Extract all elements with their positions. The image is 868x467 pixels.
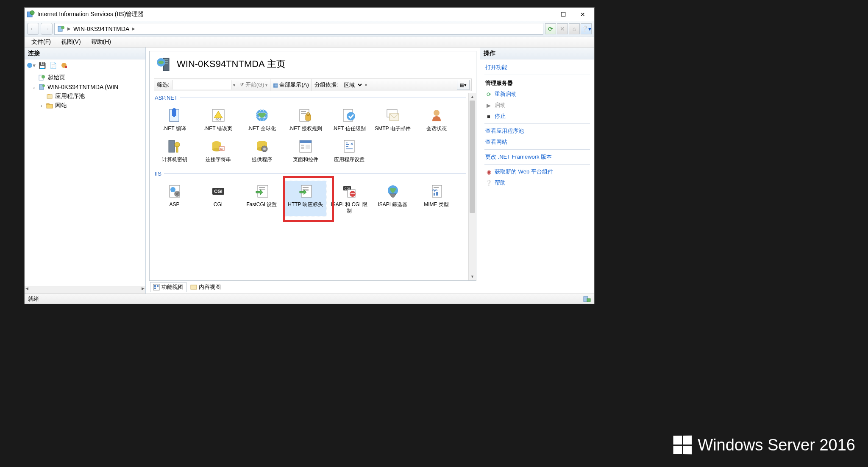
expand-icon[interactable]: › bbox=[39, 103, 44, 108]
compilation-icon bbox=[166, 107, 183, 124]
svg-text:⋯: ⋯ bbox=[28, 64, 31, 68]
tree-start-page[interactable]: 起始页 bbox=[26, 73, 144, 82]
feature-providers[interactable]: 提供程序 bbox=[241, 136, 282, 165]
feature-app-settings[interactable]: 应用程序设置 bbox=[328, 136, 370, 165]
feature-asp[interactable]: ASP bbox=[154, 181, 195, 216]
action-view-sites[interactable]: 查看网站 bbox=[484, 137, 590, 148]
page-heading: WIN-0KS94TNTMDA 主页 bbox=[150, 51, 476, 77]
scroll-up-icon[interactable]: ▲ bbox=[469, 93, 476, 101]
menu-help[interactable]: 帮助(H) bbox=[86, 37, 116, 47]
svg-rect-56 bbox=[344, 140, 354, 152]
action-open-feature[interactable]: 打开功能 bbox=[484, 62, 590, 73]
svg-rect-17 bbox=[164, 59, 168, 60]
feature-isapi-filters[interactable]: ISAPI 筛选器 bbox=[372, 181, 413, 216]
action-change-net-framework[interactable]: 更改 .NET Framework 版本 bbox=[484, 151, 590, 162]
show-all-button[interactable]: ▦ 全部显示(A) bbox=[270, 79, 312, 91]
breadcrumb[interactable]: ▶ WIN-0KS94TNTMDA ▶ bbox=[54, 23, 543, 35]
feature-net-compilation[interactable]: .NET 编译 bbox=[154, 105, 195, 134]
feature-mime-types[interactable]: MIME 类型 bbox=[416, 181, 457, 216]
tree-sites[interactable]: › 网站 bbox=[26, 101, 144, 110]
connections-hscroll[interactable]: ◀▶ bbox=[25, 286, 145, 294]
navigation-bar: ← → ▶ WIN-0KS94TNTMDA ▶ ⟳ ✕ ⌂ ❔▾ bbox=[25, 21, 594, 36]
scroll-thumb[interactable] bbox=[470, 101, 475, 213]
trust-icon bbox=[341, 107, 358, 124]
filter-dropdown-icon[interactable]: ▾ bbox=[231, 83, 237, 87]
groupby-select[interactable]: 区域 bbox=[340, 81, 363, 89]
feature-net-authorization[interactable]: .NET 授权规则 bbox=[285, 105, 326, 134]
connection-strings-icon: ab bbox=[210, 138, 227, 155]
up-icon[interactable]: 📄 bbox=[48, 61, 58, 70]
server-node-icon bbox=[38, 83, 46, 91]
statusbar: 就绪 bbox=[25, 294, 594, 304]
connections-tree: 起始页 ⌄ WIN-0KS94TNTMDA (WIN 应用程序池 › 网站 bbox=[25, 71, 145, 286]
chevron-right-icon: ▶ bbox=[67, 26, 71, 31]
maximize-button[interactable]: ☐ bbox=[554, 8, 573, 21]
breadcrumb-server[interactable]: WIN-0KS94TNTMDA bbox=[73, 25, 129, 32]
close-button[interactable]: ✕ bbox=[573, 8, 593, 21]
body-panes: 连接 ⋯▾ 💾 📄 起始页 ⌄ WIN-0KS94TNTMDA (WIN bbox=[25, 48, 594, 294]
tree-server-label: WIN-0KS94TNTMDA (WIN bbox=[47, 84, 118, 90]
view-mode-button[interactable]: ▦▾ bbox=[457, 80, 470, 90]
help-icon: ❔ bbox=[485, 179, 492, 186]
refresh-button[interactable]: ⟳ bbox=[545, 23, 556, 34]
svg-text:404: 404 bbox=[215, 117, 221, 121]
feature-net-error-pages[interactable]: 404.NET 错误页 bbox=[198, 105, 239, 134]
action-view-app-pools[interactable]: 查看应用程序池 bbox=[484, 126, 590, 137]
action-stop[interactable]: ■停止 bbox=[484, 111, 590, 122]
feature-connection-strings[interactable]: ab连接字符串 bbox=[198, 136, 239, 165]
feature-http-response-headers[interactable]: HTTP 响应标头 bbox=[285, 181, 326, 216]
feature-pages-controls[interactable]: 页面和控件 bbox=[285, 136, 326, 165]
svg-point-50 bbox=[263, 148, 266, 150]
tree-server[interactable]: ⌄ WIN-0KS94TNTMDA (WIN bbox=[26, 82, 144, 92]
groupby-chevron-icon[interactable]: ▾ bbox=[363, 83, 369, 87]
action-get-web-platform[interactable]: ◉获取新的 Web 平台组件 bbox=[484, 166, 590, 177]
content-view-tab[interactable]: 内容视图 bbox=[187, 282, 224, 292]
svg-point-1 bbox=[30, 11, 34, 15]
menu-file[interactable]: 文件(F) bbox=[26, 37, 56, 47]
status-config-icon[interactable] bbox=[583, 296, 591, 302]
connections-toolbar: ⋯▾ 💾 📄 bbox=[25, 59, 145, 71]
minimize-button[interactable]: — bbox=[534, 8, 554, 21]
feature-net-trust[interactable]: .NET 信任级别 bbox=[328, 105, 370, 134]
scroll-down-icon[interactable]: ▼ bbox=[469, 273, 476, 280]
filter-label: 筛选: bbox=[154, 81, 172, 89]
feature-smtp[interactable]: SMTP 电子邮件 bbox=[372, 105, 413, 134]
stop-button-nav[interactable]: ✕ bbox=[557, 23, 568, 34]
action-start[interactable]: ▶启动 bbox=[484, 100, 590, 111]
collapse-icon[interactable]: ⌄ bbox=[31, 85, 36, 89]
feature-net-globalization[interactable]: .NET 全球化 bbox=[241, 105, 282, 134]
svg-rect-83 bbox=[191, 285, 197, 289]
group-header-aspnet[interactable]: ASP.NET ▴ bbox=[154, 93, 472, 103]
feature-machine-key[interactable]: 计算机密钥 bbox=[154, 136, 195, 165]
aspnet-grid: .NET 编译 404.NET 错误页 .NET 全球化 .NET 授权规则 .… bbox=[154, 103, 472, 169]
delete-connection-icon[interactable] bbox=[59, 61, 69, 70]
group-header-iis[interactable]: IIS ▴ bbox=[154, 169, 472, 179]
action-restart[interactable]: ⟳重新启动 bbox=[484, 89, 590, 100]
tree-app-pools-label: 应用程序池 bbox=[55, 92, 85, 100]
save-icon[interactable]: 💾 bbox=[37, 61, 47, 70]
action-help[interactable]: ❔帮助 bbox=[484, 177, 590, 188]
feature-isapi-cgi-restrictions[interactable]: CGIISAPI 和 CGI 限制 bbox=[328, 181, 370, 216]
menu-view[interactable]: 视图(V) bbox=[56, 37, 86, 47]
feature-fastcgi[interactable]: FastCGI 设置 bbox=[241, 181, 282, 216]
home-button[interactable]: ⌂ bbox=[569, 23, 580, 34]
globalization-icon bbox=[253, 107, 270, 124]
features-view-tab[interactable]: 功能视图 bbox=[150, 282, 186, 292]
forward-button[interactable]: → bbox=[41, 23, 53, 35]
svg-text:CGI: CGI bbox=[214, 189, 223, 194]
features-scrollbar[interactable]: ▲ ▼ bbox=[468, 93, 476, 280]
svg-rect-76 bbox=[434, 187, 439, 188]
machine-key-icon bbox=[166, 138, 183, 155]
filter-input[interactable] bbox=[172, 80, 231, 89]
help-button-nav[interactable]: ❔▾ bbox=[581, 23, 592, 34]
connect-icon[interactable]: ⋯▾ bbox=[26, 61, 36, 70]
feature-session-state[interactable]: 会话状态 bbox=[416, 105, 457, 134]
tree-app-pools[interactable]: 应用程序池 bbox=[26, 92, 144, 101]
features-area: ASP.NET ▴ .NET 编译 404.NET 错误页 .NET 全球化 .… bbox=[150, 93, 476, 280]
filter-go-button[interactable]: ⧩ 开始(G) ▾ bbox=[237, 79, 271, 91]
svg-rect-12 bbox=[47, 95, 52, 98]
feature-cgi[interactable]: CGICGI bbox=[198, 181, 239, 216]
svg-rect-30 bbox=[301, 113, 306, 114]
back-button[interactable]: ← bbox=[27, 23, 39, 35]
cgi-icon: CGI bbox=[210, 183, 227, 200]
